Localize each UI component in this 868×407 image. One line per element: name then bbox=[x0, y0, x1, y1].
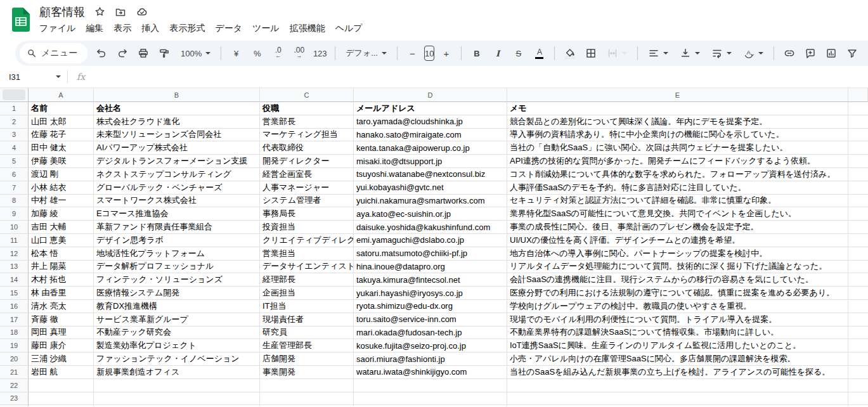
cell-E18[interactable]: 不動産業界特有の課題解決SaaSについて情報収集。市場動向に詳しい。 bbox=[507, 326, 848, 340]
cell-A22[interactable] bbox=[29, 379, 94, 392]
cell-F18[interactable] bbox=[848, 326, 868, 340]
cell-C13[interactable]: データサイエンティスト bbox=[260, 261, 354, 274]
cell-A4[interactable]: 田中 健太 bbox=[29, 141, 94, 155]
row-header-9[interactable]: 9 bbox=[0, 207, 29, 221]
cell-E2[interactable]: 競合製品との差別化について興味深く議論。年内にデモを提案予定。 bbox=[507, 115, 848, 129]
row-header-3[interactable]: 3 bbox=[0, 129, 29, 142]
cell-D9[interactable]: aya.kato@ec-suishin.or.jp bbox=[354, 207, 507, 221]
cell-C23[interactable] bbox=[260, 392, 354, 406]
cell-B21[interactable]: 新規事業創造オフィス bbox=[94, 366, 260, 379]
row-header-12[interactable]: 12 bbox=[0, 247, 29, 261]
cell-D14[interactable]: takuya.kimura@fintecsol.net bbox=[354, 273, 507, 287]
cell-C1[interactable]: 役職 bbox=[260, 102, 354, 115]
row-header-14[interactable]: 14 bbox=[0, 273, 29, 287]
cell-A9[interactable]: 加藤 綾 bbox=[29, 207, 94, 221]
text-color-button[interactable]: A bbox=[531, 45, 547, 61]
cell-A5[interactable]: 伊藤 美咲 bbox=[29, 155, 94, 168]
menu-format[interactable]: 表示形式 bbox=[164, 21, 210, 36]
insert-comment-button[interactable] bbox=[802, 45, 818, 61]
cell-C9[interactable]: 事務局長 bbox=[260, 207, 354, 221]
cell-B17[interactable]: サービス業革新グループ bbox=[94, 313, 260, 326]
column-header-F[interactable] bbox=[848, 88, 868, 102]
cell-D21[interactable]: wataru.iwata@shinkijigyo.com bbox=[354, 366, 507, 379]
cell-B15[interactable]: 医療情報システム開発 bbox=[94, 287, 260, 300]
cell-D22[interactable] bbox=[354, 379, 507, 392]
cell-A14[interactable]: 木村 拓也 bbox=[29, 273, 94, 287]
horizontal-align-button[interactable] bbox=[645, 45, 671, 61]
cell-E8[interactable]: セキュリティ対策と認証方法について詳細を確認。非常に慎重な印象。 bbox=[507, 195, 848, 208]
cell-F14[interactable] bbox=[848, 273, 868, 287]
cell-D10[interactable]: daisuke.yoshida@kakushinfund.com bbox=[354, 221, 507, 234]
cell-E20[interactable]: 小売・アパレル向けの在庫管理SaaSに関心。多店舗展開の課題解決を模索。 bbox=[507, 352, 848, 366]
cell-F12[interactable] bbox=[848, 247, 868, 261]
row-header-11[interactable]: 11 bbox=[0, 234, 29, 247]
strikethrough-button[interactable]: S bbox=[510, 45, 526, 61]
cell-D15[interactable]: yukari.hayashi@iryosys.co.jp bbox=[354, 287, 507, 300]
table-button[interactable] bbox=[865, 45, 868, 61]
row-header-6[interactable]: 6 bbox=[0, 168, 29, 181]
sheets-logo[interactable] bbox=[12, 8, 30, 32]
document-status-button[interactable] bbox=[136, 6, 148, 18]
row-header-19[interactable]: 19 bbox=[0, 339, 29, 352]
column-header-C[interactable]: C bbox=[260, 88, 354, 102]
cell-E10[interactable]: 事業の成長性に関心。後日、事業計画のプレゼン機会を設定予定。 bbox=[507, 221, 848, 234]
undo-button[interactable] bbox=[94, 45, 110, 61]
cell-E12[interactable]: 地方自治体への導入事例に関心。パートナーシップの提案を検討中。 bbox=[507, 247, 848, 261]
cell-C17[interactable]: 現場責任者 bbox=[260, 313, 354, 326]
cell-A24[interactable] bbox=[29, 405, 94, 406]
cell-C4[interactable]: 代表取締役 bbox=[260, 141, 354, 155]
cell-D13[interactable]: hina.inoue@datapro.org bbox=[354, 261, 507, 274]
cell-D18[interactable]: mari.okada@fudosan-tech.jp bbox=[354, 326, 507, 340]
cell-F9[interactable] bbox=[848, 207, 868, 221]
cell-B9[interactable]: Eコマース推進協会 bbox=[94, 207, 260, 221]
cell-C16[interactable]: IT担当 bbox=[260, 300, 354, 313]
select-all-corner[interactable] bbox=[0, 88, 29, 102]
row-header-5[interactable]: 5 bbox=[0, 155, 29, 168]
bold-button[interactable]: B bbox=[469, 45, 484, 61]
cell-B11[interactable]: デザイン思考ラボ bbox=[94, 234, 260, 247]
cell-F1[interactable] bbox=[848, 102, 868, 115]
cell-B3[interactable]: 未来型ソリューションズ合同会社 bbox=[94, 129, 260, 142]
row-header-21[interactable]: 21 bbox=[0, 366, 29, 379]
print-button[interactable] bbox=[136, 45, 152, 61]
row-header-4[interactable]: 4 bbox=[0, 141, 29, 155]
cell-F8[interactable] bbox=[848, 195, 868, 208]
cell-F2[interactable] bbox=[848, 115, 868, 129]
text-rotation-button[interactable]: A bbox=[740, 45, 767, 61]
cell-F17[interactable] bbox=[848, 313, 868, 326]
cell-F23[interactable] bbox=[848, 392, 868, 406]
cell-D6[interactable]: tsuyoshi.watanabe@nextconsul.biz bbox=[354, 168, 507, 181]
cell-E13[interactable]: リアルタイムデータ処理能力について質問。技術的に深く掘り下げた議論となった。 bbox=[507, 261, 848, 274]
cell-D24[interactable] bbox=[354, 405, 507, 406]
cell-B24[interactable] bbox=[94, 405, 260, 406]
cell-C12[interactable]: 営業担当 bbox=[260, 247, 354, 261]
cell-E22[interactable] bbox=[507, 379, 848, 392]
cell-E21[interactable]: 当社のSaaSを組み込んだ新規事業の立ち上げを検討。アライアンスの可能性を探る。 bbox=[507, 366, 848, 379]
cell-A21[interactable]: 岩田 航 bbox=[29, 366, 94, 379]
row-header-15[interactable]: 15 bbox=[0, 287, 29, 300]
cell-D3[interactable]: hanako.sato@miraigate.com bbox=[354, 129, 507, 142]
row-header-24[interactable]: 24 bbox=[0, 405, 29, 406]
font-family-select[interactable]: デフォ... bbox=[342, 45, 390, 61]
cell-E17[interactable]: 現場でのモバイル利用の利便性について質問。トライアル導入を提案。 bbox=[507, 313, 848, 326]
more-formats-button[interactable]: 123 bbox=[312, 45, 328, 61]
insert-chart-button[interactable] bbox=[823, 45, 839, 61]
cell-C18[interactable]: 研究員 bbox=[260, 326, 354, 340]
menu-view[interactable]: 表示 bbox=[108, 21, 136, 36]
cell-C5[interactable]: 開発ディレクター bbox=[260, 155, 354, 168]
cell-A1[interactable]: 名前 bbox=[29, 102, 94, 115]
row-header-8[interactable]: 8 bbox=[0, 195, 29, 208]
cell-E5[interactable]: API連携の技術的な質問が多かった。開発チームにフィードバックするよう依頼。 bbox=[507, 155, 848, 168]
cell-A12[interactable]: 松本 悟 bbox=[29, 247, 94, 261]
cell-E14[interactable]: 会計SaaSの連携機能に注目。現行システムからの移行の容易さを気にしていた。 bbox=[507, 273, 848, 287]
cell-A6[interactable]: 渡辺 剛 bbox=[29, 168, 94, 181]
cell-D1[interactable]: メールアドレス bbox=[354, 102, 507, 115]
cell-E6[interactable]: コスト削減効果について具体的な数字を求められた。フォローアップ資料を送付済み。 bbox=[507, 168, 848, 181]
cell-B8[interactable]: スマートワークス株式会社 bbox=[94, 195, 260, 208]
cell-B22[interactable] bbox=[94, 379, 260, 392]
cell-E24[interactable] bbox=[507, 405, 848, 406]
decrease-font-size-button[interactable]: − bbox=[405, 45, 420, 61]
cell-E16[interactable]: 学校向けグループウェアの検討中。教職員の使いやすさを重視。 bbox=[507, 300, 848, 313]
cell-A20[interactable]: 三浦 沙織 bbox=[29, 352, 94, 366]
menu-file[interactable]: ファイル bbox=[34, 21, 81, 36]
